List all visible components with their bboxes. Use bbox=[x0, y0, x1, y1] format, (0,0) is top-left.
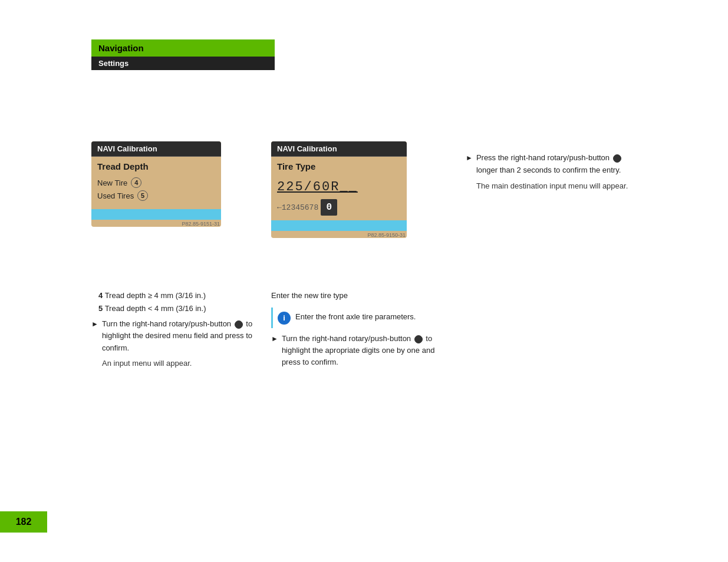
item-5-text: Tread depth < 4 mm (3/16 in.) bbox=[105, 304, 206, 313]
item-4-num: 4 bbox=[98, 291, 103, 300]
col-right-text: Enter the new tire type i Enter the fron… bbox=[271, 290, 442, 372]
screen-left-subtitle: Tread Depth bbox=[91, 157, 221, 175]
option-used-tires-label: Used Tires bbox=[97, 191, 134, 200]
screen-right: NAVI Calibration Tire Type 225/60R__ ←12… bbox=[271, 141, 407, 238]
bullet-far-right-text: Press the right-hand rotary/push-button … bbox=[476, 152, 637, 177]
info-box: i Enter the front axle tire parameters. bbox=[271, 308, 442, 328]
arrow-icon-right: ► bbox=[271, 333, 278, 345]
bullet-left-1-text: Turn the right-hand rotary/push-button t… bbox=[102, 318, 274, 353]
option-used-tires-badge: 5 bbox=[137, 190, 148, 201]
numpad-row: ←12345678 0 bbox=[271, 197, 407, 220]
screen-right-caption: P82.85-9150-31 bbox=[271, 231, 407, 238]
nav-subtitle-label: Settings bbox=[98, 59, 129, 68]
arrow-icon-far-right: ► bbox=[466, 153, 473, 164]
page-number: 182 bbox=[0, 511, 47, 533]
numpad-key-0: 0 bbox=[321, 199, 337, 216]
sub-para-far-right: The main destination input menu will app… bbox=[476, 180, 637, 193]
item-4: 4 Tread depth ≥ 4 mm (3/16 in.) bbox=[98, 290, 274, 302]
rotary-icon-left bbox=[235, 320, 243, 329]
screen-left-caption: P82.85-9151-31 bbox=[91, 220, 221, 227]
info-icon: i bbox=[278, 312, 291, 325]
screen-right-title: NAVI Calibration bbox=[271, 141, 407, 157]
screen-right-bottom-bar bbox=[271, 220, 407, 231]
rotary-icon-right bbox=[414, 335, 423, 343]
screen-left-title: NAVI Calibration bbox=[91, 141, 221, 157]
screen-left-options: New Tire 4 Used Tires 5 bbox=[91, 175, 221, 209]
bullet-right-1: ► Turn the right-hand rotary/push-button… bbox=[271, 333, 442, 368]
tire-type-display: 225/60R__ bbox=[271, 175, 407, 197]
enter-label: Enter the new tire type bbox=[271, 290, 442, 302]
sub-para-left: An input menu will appear. bbox=[102, 358, 274, 369]
nav-header: Navigation Settings bbox=[91, 39, 275, 70]
screen-left: NAVI Calibration Tread Depth New Tire 4 … bbox=[91, 141, 221, 227]
screen-left-bottom-bar bbox=[91, 209, 221, 220]
option-new-tire-badge: 4 bbox=[131, 177, 141, 188]
numbered-items: 4 Tread depth ≥ 4 mm (3/16 in.) 5 Tread … bbox=[98, 290, 274, 315]
info-text: Enter the front axle tire parameters. bbox=[295, 311, 416, 323]
bullet-far-right-1: ► Press the right-hand rotary/push-butto… bbox=[466, 152, 637, 177]
numpad-digits: ←12345678 bbox=[277, 203, 318, 212]
item-5-num: 5 bbox=[98, 304, 103, 313]
page-number-label: 182 bbox=[16, 517, 32, 527]
item-5: 5 Tread depth < 4 mm (3/16 in.) bbox=[98, 303, 274, 315]
item-4-text: Tread depth ≥ 4 mm (3/16 in.) bbox=[105, 291, 206, 300]
nav-title: Navigation bbox=[98, 43, 144, 53]
arrow-icon-left: ► bbox=[91, 319, 98, 330]
rotary-icon-far-right bbox=[613, 154, 621, 163]
bullet-left-1: ► Turn the right-hand rotary/push-button… bbox=[91, 318, 274, 353]
option-new-tire-label: New Tire bbox=[97, 178, 127, 187]
nav-subtitle: Settings bbox=[91, 57, 275, 70]
option-new-tire: New Tire 4 bbox=[97, 177, 215, 188]
screen-right-subtitle: Tire Type bbox=[271, 157, 407, 175]
nav-title-bar: Navigation bbox=[91, 39, 275, 57]
bullet-right-1-text: Turn the right-hand rotary/push-button t… bbox=[282, 333, 442, 368]
col-left-text: 4 Tread depth ≥ 4 mm (3/16 in.) 5 Tread … bbox=[91, 290, 274, 369]
option-used-tires: Used Tires 5 bbox=[97, 190, 215, 201]
col-far-right: ► Press the right-hand rotary/push-butto… bbox=[466, 152, 637, 192]
